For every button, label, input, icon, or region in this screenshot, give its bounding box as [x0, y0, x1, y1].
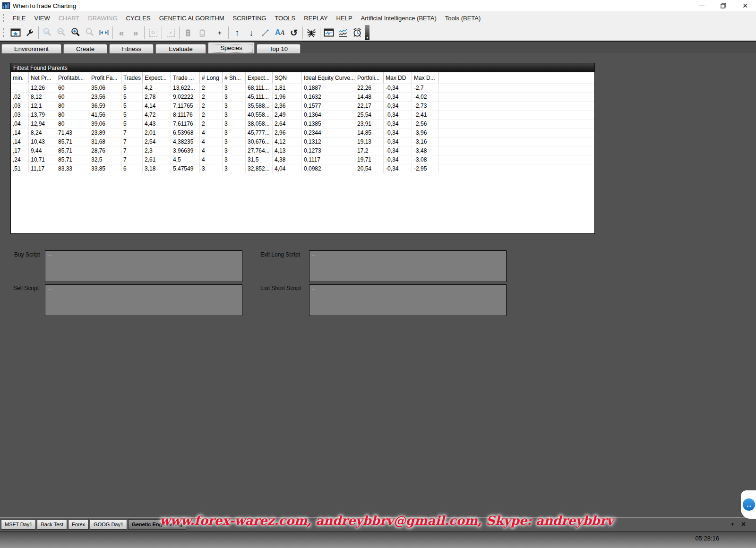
history-button[interactable]: ↺	[287, 26, 301, 40]
table-row[interactable]: ,0412,948039,0654,437,611762338,058...2,…	[11, 119, 594, 128]
table-row[interactable]: ,148,2471,4323,8972,016,539684345,777...…	[11, 128, 594, 137]
menu-file[interactable]: FILE	[9, 15, 30, 22]
tab-environment[interactable]: Environment	[1, 44, 61, 53]
restore-button[interactable]	[713, 0, 734, 11]
tab-top-10[interactable]: Top 10	[257, 44, 301, 53]
watermark-text: www.forex-warez.com, andreybbrv@gmail.co…	[160, 514, 585, 528]
teamviewer-widget[interactable]: ↔	[741, 490, 756, 519]
column-header-sqn[interactable]: SQN	[273, 72, 302, 83]
column-header-long[interactable]: # Long	[200, 72, 223, 83]
toolbar-separator	[179, 26, 180, 39]
buy-script-box[interactable]: ...	[45, 250, 242, 282]
toolbar-grip-icon[interactable]	[3, 28, 4, 37]
tab-evaluate[interactable]: Evaluate	[155, 44, 206, 53]
zoom-in-button[interactable]	[69, 26, 83, 40]
table-cell: 2,61	[143, 155, 171, 164]
column-header-max-dd[interactable]: Max DD	[384, 72, 412, 83]
menu-artificial-intelligence-beta[interactable]: Artificial Intelligence (BETA)	[357, 15, 441, 22]
column-header-min[interactable]: min.	[11, 72, 29, 83]
tab-close-button[interactable]: ×	[741, 521, 746, 528]
spider-button[interactable]	[304, 26, 318, 40]
table-cell: 0,0982	[302, 164, 355, 173]
table-cell: 17,2	[355, 146, 384, 155]
tab-species[interactable]: Species	[208, 42, 255, 53]
column-header-trades[interactable]: Trades	[121, 72, 143, 83]
table-row[interactable]: ,0313,798041,5654,728,111762340,558...2,…	[11, 110, 594, 119]
fit-width-icon	[99, 27, 109, 38]
doc-tab-forex[interactable]: Forex	[68, 519, 89, 530]
overflow-arrow-icon: ▾	[367, 35, 369, 40]
doc-tab-back-test[interactable]: Back Test	[37, 519, 67, 530]
table-row[interactable]: ,028,126023,5652,789,022222345,111...1,9…	[11, 92, 594, 101]
column-header-expect[interactable]: Expect...	[246, 72, 273, 83]
menu-tools-beta[interactable]: Tools (BETA)	[441, 15, 485, 22]
menu-scripting[interactable]: SCRIPTING	[229, 15, 271, 22]
wrench-button[interactable]	[23, 26, 37, 40]
exit-short-script-placeholder: ...	[311, 285, 316, 291]
menu-view[interactable]: VIEW	[30, 15, 54, 22]
menu-help[interactable]: HELP	[332, 15, 357, 22]
sell-script-box[interactable]: ...	[45, 284, 242, 316]
table-cell: 2,49	[273, 111, 302, 119]
zoom-one-to-one-button: 1:1	[40, 26, 54, 40]
close-button[interactable]: ×	[734, 0, 756, 11]
table-cell: 10,71	[29, 155, 56, 164]
exit-long-script-box[interactable]: ...	[309, 250, 507, 282]
exit-short-script-box[interactable]: ...	[309, 284, 507, 316]
menu-grip-icon[interactable]	[3, 14, 4, 22]
battery-empty-icon	[197, 27, 207, 38]
svg-text:1:1: 1:1	[45, 30, 48, 33]
draw-line-button[interactable]	[258, 26, 273, 40]
table-cell: 0,1385	[302, 120, 355, 128]
arrow-up-button[interactable]: ↑	[230, 26, 244, 40]
arrow-down-button[interactable]: ↓	[244, 26, 258, 40]
column-header-sh[interactable]: # Sh...	[223, 72, 246, 83]
table-row[interactable]: ,5111,1783,3333,8563,185,475493332,852..…	[11, 164, 594, 173]
table-row[interactable]: ,1410,4385,7131,6872,544,382354330,676..…	[11, 137, 594, 146]
table-cell: 71,43	[56, 128, 89, 137]
table-cell: 2,64	[273, 120, 302, 128]
menu-genetic-algorithm[interactable]: GENETIC ALGORITHM	[155, 15, 229, 22]
status-clock: 05:28:16	[695, 535, 719, 542]
doc-tab-msft-day1[interactable]: MSFT Day1	[1, 519, 36, 530]
tab-fitness[interactable]: Fitness	[109, 44, 154, 53]
column-header-portfoli[interactable]: Portfoli...	[355, 72, 384, 83]
tab-create[interactable]: Create	[63, 44, 107, 53]
toolbar-overflow-button[interactable]: ▾	[365, 25, 369, 40]
chart-monitor-button[interactable]	[322, 26, 336, 40]
table-cell: ,02	[11, 93, 29, 101]
doc-tab-goog-day1[interactable]: GOOG Day1	[90, 519, 127, 530]
table-cell: 0,1887	[302, 84, 355, 92]
fit-width-button[interactable]	[97, 26, 111, 40]
chart-lines-button[interactable]	[336, 26, 350, 40]
table-cell: -2,7	[412, 84, 439, 92]
minimize-button[interactable]	[691, 0, 713, 11]
battery-full-icon	[183, 27, 193, 38]
column-header-net-pr[interactable]: Net Pr...	[29, 72, 56, 83]
tab-label: Evaluate	[169, 45, 193, 52]
menu-tools[interactable]: TOOLS	[270, 15, 300, 22]
column-header-trade[interactable]: Trade ...	[171, 72, 200, 83]
table-row[interactable]: 12,266035,0654,213,622...2368,111...1,81…	[11, 83, 594, 92]
table-cell: 4,2	[143, 84, 171, 92]
table-row[interactable]: ,179,4485,7128,7672,33,966394327,764...4…	[11, 146, 594, 155]
plus-button[interactable]: +	[213, 26, 227, 40]
menu-cycles[interactable]: CYCLES	[122, 15, 155, 22]
table-row[interactable]: ,0312,18036,5954,147,117652335,588...2,3…	[11, 101, 594, 110]
table-cell: 0,1273	[302, 146, 355, 155]
chart-window-button[interactable]	[9, 26, 23, 40]
tab-scroll-button[interactable]: ▼	[730, 522, 735, 527]
column-header-expect[interactable]: Expect...	[143, 72, 171, 83]
table-cell: 7,11765	[171, 102, 200, 110]
column-header-max-d[interactable]: Max D...	[412, 72, 439, 83]
alarm-clock-button[interactable]	[350, 26, 364, 40]
font-button[interactable]: AA	[273, 26, 287, 40]
column-header-ideal-equity-curve[interactable]: Ideal Equity Curve...	[302, 72, 355, 83]
step-back-icon: «	[119, 28, 124, 37]
column-header-profit-fa[interactable]: Profit Fa...	[89, 72, 121, 83]
table-cell: -3,48	[412, 146, 439, 155]
table-row[interactable]: ,2410,7185,7132,572,614,54331,54,380,111…	[11, 155, 594, 164]
table-cell: 8,12	[29, 93, 56, 101]
menu-replay[interactable]: REPLAY	[300, 15, 332, 22]
column-header-profitabl[interactable]: Profitabl...	[56, 72, 89, 83]
